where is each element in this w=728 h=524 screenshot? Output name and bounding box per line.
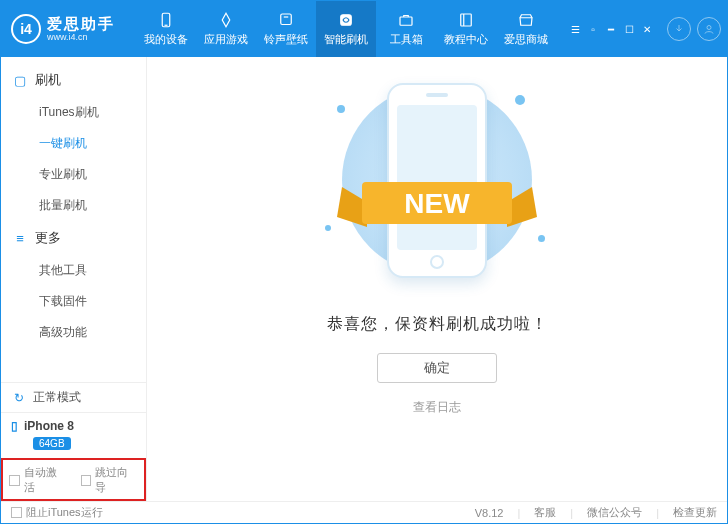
nav-my-device[interactable]: 我的设备 xyxy=(136,1,196,57)
user-button[interactable] xyxy=(697,17,721,41)
book-icon xyxy=(457,11,475,29)
nav-label: 工具箱 xyxy=(390,32,423,47)
nav-label: 应用游戏 xyxy=(204,32,248,47)
music-icon xyxy=(277,11,295,29)
store-icon xyxy=(517,11,535,29)
header-right: ☰ ▫ ━ ☐ ✕ xyxy=(567,17,721,41)
sidebar-item-pro-flash[interactable]: 专业刷机 xyxy=(1,159,146,190)
status-bar: 阻止iTunes运行 V8.12 | 客服 | 微信公众号 | 检查更新 xyxy=(1,501,727,523)
success-message: 恭喜您，保资料刷机成功啦！ xyxy=(327,314,548,335)
app-header: i4 爱思助手 www.i4.cn 我的设备 应用游戏 铃声壁纸 智能刷机 工具… xyxy=(1,1,727,57)
apps-icon xyxy=(217,11,235,29)
success-illustration: NEW xyxy=(307,75,567,290)
new-ribbon-icon: NEW xyxy=(332,167,542,247)
svg-point-7 xyxy=(707,26,711,30)
view-log-link[interactable]: 查看日志 xyxy=(413,399,461,416)
support-link[interactable]: 客服 xyxy=(534,505,556,520)
sidebar-group-more[interactable]: ≡ 更多 xyxy=(1,221,146,255)
checkbox-label: 跳过向导 xyxy=(95,465,138,495)
nav-label: 智能刷机 xyxy=(324,32,368,47)
checkbox-label: 阻止iTunes运行 xyxy=(26,505,103,520)
window-pin-icon[interactable]: ▫ xyxy=(585,22,601,36)
ok-button[interactable]: 确定 xyxy=(377,353,497,383)
sidebar: ▢ 刷机 iTunes刷机 一键刷机 专业刷机 批量刷机 ≡ 更多 其他工具 下… xyxy=(1,57,147,501)
checkbox-label: 自动激活 xyxy=(24,465,67,495)
flash-icon xyxy=(337,11,355,29)
phone-small-icon: ▯ xyxy=(11,419,18,433)
phone-outline-icon: ▢ xyxy=(13,73,27,88)
check-update-link[interactable]: 检查更新 xyxy=(673,505,717,520)
svg-rect-4 xyxy=(400,17,412,25)
window-decor-icon[interactable]: ☰ xyxy=(567,22,583,36)
wechat-link[interactable]: 微信公众号 xyxy=(587,505,642,520)
window-close-icon[interactable]: ✕ xyxy=(639,22,655,36)
sync-icon: ↻ xyxy=(11,390,27,406)
nav-flash[interactable]: 智能刷机 xyxy=(316,1,376,57)
nav-label: 爱思商城 xyxy=(504,32,548,47)
nav-store[interactable]: 爱思商城 xyxy=(496,1,556,57)
sidebar-item-one-click-flash[interactable]: 一键刷机 xyxy=(1,128,146,159)
phone-icon xyxy=(157,11,175,29)
sidebar-group-flash[interactable]: ▢ 刷机 xyxy=(1,63,146,97)
app-logo: i4 爱思助手 www.i4.cn xyxy=(11,14,136,44)
nav-label: 我的设备 xyxy=(144,32,188,47)
window-minimize-icon[interactable]: ━ xyxy=(603,22,619,36)
sidebar-options: 自动激活 跳过向导 xyxy=(1,458,146,501)
device-name: iPhone 8 xyxy=(24,419,74,433)
app-name: 爱思助手 xyxy=(47,16,115,33)
nav-ringtones[interactable]: 铃声壁纸 xyxy=(256,1,316,57)
sidebar-item-batch-flash[interactable]: 批量刷机 xyxy=(1,190,146,221)
device-mode-label: 正常模式 xyxy=(33,389,81,406)
list-icon: ≡ xyxy=(13,231,27,246)
device-info[interactable]: ▯ iPhone 8 64GB xyxy=(1,412,146,458)
sidebar-item-itunes-flash[interactable]: iTunes刷机 xyxy=(1,97,146,128)
top-nav: 我的设备 应用游戏 铃声壁纸 智能刷机 工具箱 教程中心 爱思商城 xyxy=(136,1,556,57)
sidebar-item-download-firmware[interactable]: 下载固件 xyxy=(1,286,146,317)
app-url: www.i4.cn xyxy=(47,32,115,42)
main-content: NEW 恭喜您，保资料刷机成功啦！ 确定 查看日志 xyxy=(147,57,727,501)
sidebar-group-title: 更多 xyxy=(35,229,61,247)
block-itunes-checkbox[interactable]: 阻止iTunes运行 xyxy=(11,505,103,520)
skip-guide-checkbox[interactable]: 跳过向导 xyxy=(81,465,139,495)
svg-rect-2 xyxy=(281,14,292,25)
auto-activate-checkbox[interactable]: 自动激活 xyxy=(9,465,67,495)
nav-label: 铃声壁纸 xyxy=(264,32,308,47)
toolbox-icon xyxy=(397,11,415,29)
logo-badge-icon: i4 xyxy=(11,14,41,44)
version-label: V8.12 xyxy=(475,507,504,519)
nav-toolbox[interactable]: 工具箱 xyxy=(376,1,436,57)
download-button[interactable] xyxy=(667,17,691,41)
svg-rect-5 xyxy=(461,14,472,26)
sidebar-item-advanced[interactable]: 高级功能 xyxy=(1,317,146,348)
ribbon-text: NEW xyxy=(404,188,470,219)
device-mode-status[interactable]: ↻ 正常模式 xyxy=(1,382,146,412)
nav-tutorials[interactable]: 教程中心 xyxy=(436,1,496,57)
nav-apps[interactable]: 应用游戏 xyxy=(196,1,256,57)
nav-label: 教程中心 xyxy=(444,32,488,47)
storage-badge: 64GB xyxy=(33,437,71,450)
svg-rect-3 xyxy=(341,15,352,26)
window-maximize-icon[interactable]: ☐ xyxy=(621,22,637,36)
sidebar-group-title: 刷机 xyxy=(35,71,61,89)
sidebar-item-other-tools[interactable]: 其他工具 xyxy=(1,255,146,286)
